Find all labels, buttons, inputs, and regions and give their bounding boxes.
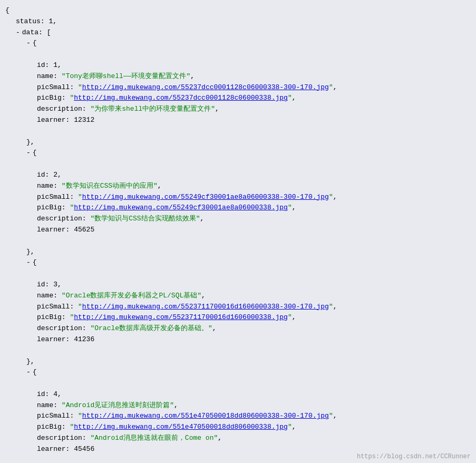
item-dash-4: -{ [5,367,465,378]
item-close-3: }, [5,356,465,368]
item-dash-2: -{ [5,148,465,159]
name-line-4: name: "Android见证消息推送时刻进阶篇", [5,400,465,411]
blank2-3 [5,345,465,356]
data-key-line: -data: [ [5,27,465,38]
name-line-3: name: "Oracle数据库开发必备利器之PL/SQL基础", [5,291,465,302]
desc-line-2: description: "数学知识与CSS结合实现酷炫效果", [5,214,465,225]
watermark-text: https://blog.csdn.net/CCRunner [357,453,471,460]
root-open: { [5,5,465,16]
blank2-1 [5,126,465,137]
picsmall-line-3: picSmall: "http://img.mukewang.com/55237… [5,302,465,313]
learner-line-2: learner: 45625 [5,225,465,236]
id-line-4: id: 4, [5,389,465,400]
blank2-2 [5,236,465,247]
desc-line-4: description: "Android消息推送就在眼前，Come on", [5,433,465,444]
picbig-line-3: picBig: "http://img.mukewang.com/5523711… [5,312,465,323]
item-dash-3: -{ [5,257,465,268]
status-line: status: 1, [5,16,465,27]
desc-line-3: description: "Oracle数据库高级开发必备的基础。", [5,323,465,334]
picsmall-line-2: picSmall: "http://img.mukewang.com/55249… [5,192,465,203]
id-line-1: id: 1, [5,60,465,71]
picbig-line-1: picBig: "http://img.mukewang.com/55237dc… [5,93,465,104]
learner-line-3: learner: 41236 [5,334,465,345]
picsmall-line-1: picSmall: "http://img.mukewang.com/55237… [5,82,465,93]
id-line-2: id: 2, [5,170,465,181]
learner-line-1: learner: 12312 [5,115,465,126]
item-close-1: }, [5,137,465,148]
desc-line-1: description: "为你带来shell中的环境变量配置文件", [5,104,465,115]
item-dash-1: -{ [5,38,465,49]
blank-2 [5,159,465,170]
json-viewer: { status: 1, -data: [ -{ id: 1,name: "To… [0,0,476,463]
blank-1 [5,49,465,60]
blank-4 [5,378,465,389]
picsmall-line-4: picSmall: "http://img.mukewang.com/551e4… [5,411,465,422]
name-line-2: name: "数学知识在CSS动画中的应用", [5,181,465,192]
items-container: -{ id: 1,name: "Tony老师聊shell——环境变量配置文件",… [5,38,465,463]
blank-3 [5,268,465,279]
id-line-3: id: 3, [5,279,465,291]
item-close-2: }, [5,247,465,258]
name-line-1: name: "Tony老师聊shell——环境变量配置文件", [5,71,465,82]
picbig-line-4: picBig: "http://img.mukewang.com/551e470… [5,422,465,433]
picbig-line-2: picBig: "http://img.mukewang.com/55249cf… [5,202,465,214]
